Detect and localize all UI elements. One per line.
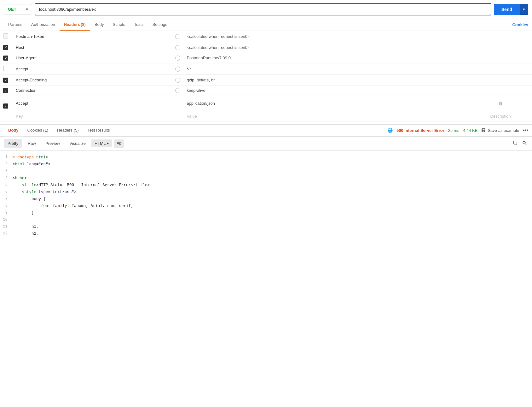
row-1-info: i [172,31,183,42]
table-row: User-Agent i PostmanRuntime/7.39.0 [0,53,532,63]
row-3-check-cell [0,53,13,63]
row-5-info: i [172,75,183,86]
row-5-info-icon[interactable]: i [175,78,180,83]
row-6-checkbox[interactable] [3,88,8,93]
row-1-action [469,31,532,42]
format-type-label: HTML [95,141,106,146]
table-placeholder-row: Key Value Description [0,111,532,121]
row-4-value: */* [183,63,469,75]
row-2-info-icon[interactable]: i [175,45,180,50]
row-1-value: <calculated when request is sent> [183,31,469,42]
headers-table: Postman-Token i <calculated when request… [0,31,532,121]
row-7-key: Accept [13,96,172,111]
row-4-action [469,63,532,75]
row-6-action [469,85,532,96]
code-line-12: 12 h2, [0,230,532,237]
svg-rect-2 [483,131,485,132]
url-input[interactable] [35,3,491,15]
tab-body[interactable]: Body [90,19,108,31]
method-chevron-icon: ▾ [26,7,28,12]
row-7-action[interactable]: 🗑 [469,96,532,111]
save-icon [481,128,486,133]
tab-headers[interactable]: Headers(8) [60,19,90,31]
row-6-info: i [172,85,183,96]
format-tab-preview[interactable]: Preview [42,139,64,148]
row-7-check-cell: ⠿ [0,96,13,111]
svg-rect-1 [483,129,484,130]
copy-button[interactable] [511,139,519,148]
row-5-checkbox[interactable] [3,78,8,83]
code-line-9: 9 } [0,209,532,216]
row-2-info: i [172,42,183,53]
search-icon [522,140,527,145]
svg-rect-3 [514,142,517,145]
method-label: GET [8,7,16,12]
code-line-6: 6 <style type="text/css"> [0,189,532,196]
code-line-8: 8 font-family: Tahoma, Arial, sans-serif… [0,203,532,209]
tab-scripts[interactable]: Scripts [108,19,130,31]
format-bar: Pretty Raw Preview Visualize HTML ▾ [0,137,532,151]
row-3-checkbox[interactable] [3,56,8,61]
table-row: Postman-Token i <calculated when request… [0,31,532,42]
row-5-action [469,75,532,86]
response-tab-body[interactable]: Body [4,125,23,136]
method-select[interactable]: GET ▾ [4,4,32,15]
copy-icon [512,140,518,145]
row-4-info-icon[interactable]: i [175,67,180,72]
globe-icon: 🌐 [387,128,393,133]
placeholder-value[interactable]: Value [183,111,469,121]
row-2-checkbox[interactable] [3,45,8,50]
row-7-checkbox[interactable] [3,103,8,109]
tab-params[interactable]: Params [4,19,27,31]
tab-settings[interactable]: Settings [148,19,172,31]
table-row: ⠿ Accept application/json 🗑 [0,96,532,111]
row-4-checkbox[interactable] [3,66,8,71]
table-row: Accept i */* [0,63,532,75]
row-3-value: PostmanRuntime/7.39.0 [183,53,469,63]
cookies-link[interactable]: Cookies [512,19,528,30]
wrap-icon [117,141,122,146]
code-line-3: 3 [0,168,532,175]
code-line-2: 2 <html lang="en"> [0,161,532,168]
search-button[interactable] [521,139,528,148]
row-2-value: <calculated when request is sent> [183,42,469,53]
response-tab-headers[interactable]: Headers (5) [53,125,83,136]
tab-tests[interactable]: Tests [130,19,148,31]
tab-authorization[interactable]: Authorization [27,19,60,31]
send-chevron-button[interactable]: ▾ [520,4,528,15]
send-button[interactable]: Send [494,4,520,15]
row-7-value: application/json [183,96,469,111]
row-6-info-icon[interactable]: i [175,88,180,93]
format-tab-pretty[interactable]: Pretty [4,139,22,148]
row-1-info-icon[interactable]: i [175,34,180,39]
save-example-button[interactable]: Save as example [481,128,519,133]
wrap-button[interactable] [114,139,124,148]
format-tab-raw[interactable]: Raw [24,139,40,148]
row-7-info [172,96,183,111]
table-row: Connection i keep-alive [0,85,532,96]
row-6-key: Connection [13,85,172,96]
format-tab-visualize[interactable]: Visualize [66,139,90,148]
row-4-info: i [172,63,183,75]
svg-point-4 [523,141,525,144]
code-line-4: 4 <head> [0,175,532,182]
status-badge: 500 Internal Server Error [396,128,444,133]
format-type-chevron-icon: ▾ [107,141,109,146]
placeholder-key[interactable]: Key [13,111,172,121]
send-button-group: Send ▾ [494,4,528,15]
code-line-5: 5 <title>HTTP Status 500 – Internal Serv… [0,182,532,189]
response-tab-test-results[interactable]: Test Results [83,125,114,136]
row-5-key: Accept-Encoding [13,75,172,86]
row-5-check-cell [0,75,13,86]
svg-line-5 [525,144,527,145]
drag-handle-icon[interactable]: ⠿ [3,99,6,103]
save-example-label: Save as example [488,128,519,133]
response-tab-cookies[interactable]: Cookies (1) [23,125,53,136]
row-3-info-icon[interactable]: i [175,56,180,61]
format-type-select[interactable]: HTML ▾ [91,139,112,147]
row-1-checkbox[interactable] [3,33,8,38]
more-options-button[interactable]: ••• [523,127,528,133]
row-3-key: User-Agent [13,53,172,63]
row-4-check-cell [0,63,13,75]
format-actions [511,139,528,148]
